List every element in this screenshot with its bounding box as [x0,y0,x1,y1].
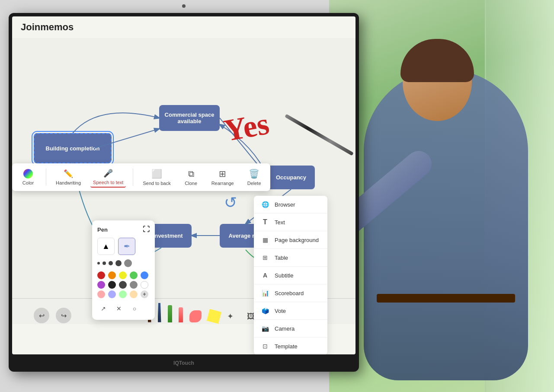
ctx-delete-btn[interactable]: 🗑️ Delete [243,167,265,188]
menu-table[interactable]: ⊞ Table [254,249,327,267]
menu-page-background[interactable]: ▦ Page background [254,231,327,249]
pen-size-large[interactable] [115,260,122,266]
forward-btn[interactable]: ↪ [56,308,71,323]
color-purple[interactable] [97,281,105,289]
context-toolbar: Color ✏️ Handwriting 🎤 Speech to text ⬜ … [12,163,270,191]
handwriting-icon: ✏️ [64,169,73,178]
pen-action-cross[interactable]: ✕ [113,303,125,315]
color-peach[interactable] [130,290,138,298]
camera-icon: 📷 [261,324,269,333]
camera-dot [182,4,186,8]
pen-expand-icon[interactable]: ⛶ [143,226,150,233]
browser-icon: 🌐 [261,200,269,209]
pen-actions: ↗ ✕ ○ [97,303,150,315]
node-occupancy[interactable]: Occupancy [267,166,315,189]
pen-type-2[interactable]: ✒ [118,238,135,255]
delete-icon: 🗑️ [249,169,259,179]
color-black[interactable] [108,281,116,289]
pen-tool-shape-pink[interactable] [189,301,202,322]
node-building[interactable]: Building completion [34,133,112,163]
pen-type-1[interactable]: ▲ [97,238,115,255]
menu-subtitle[interactable]: A Subtitle [254,267,327,284]
color-light-blue[interactable] [108,290,116,298]
menu-browser[interactable]: 🌐 Browser [254,196,327,214]
pen-colors: + [97,271,150,298]
back-btn[interactable]: ↩ [34,308,49,323]
pen-types: ▲ ✒ [97,238,150,255]
person-silhouette [333,35,550,389]
pen-action-arrow[interactable]: ↗ [97,303,109,315]
app-title: Joinmemos [21,22,74,33]
ctx-handwriting-btn[interactable]: ✏️ Handwriting [53,167,83,187]
pen-size-small[interactable] [97,262,100,265]
ctx-speech-to-text-btn[interactable]: 🎤 Speech to text [90,167,126,188]
pen-sizes [97,259,150,267]
pen-tool-pencil-2[interactable] [158,301,161,322]
pen-panel: Pen ⛶ ▲ ✒ [92,220,155,320]
pen-tool-marker-pink[interactable] [179,301,183,322]
color-yellow[interactable] [119,271,127,279]
menu-template[interactable]: ⊡ Template [254,338,327,354]
menu-vote[interactable]: 🗳️ Vote [254,302,327,320]
scoreboard-icon: 📊 [261,289,269,297]
right-dropdown-menu: 🌐 Browser T Text ▦ Page background ⊞ Tab… [254,196,327,354]
ctx-clone-btn[interactable]: ⧉ Clone [180,167,202,188]
monitor-screen: Joinmemos [12,16,355,354]
pen-tool-marker-green[interactable] [168,301,172,322]
pen-stylus [285,114,354,156]
color-white[interactable] [141,281,148,289]
pen-tool-shape-yellow[interactable] [208,301,220,322]
send-back-icon: ⬜ [151,169,162,179]
color-green[interactable] [130,271,138,279]
handwriting-yes: Yes [221,106,272,149]
ctx-color-btn[interactable]: Color [17,167,39,187]
brand-label: IQTouch [173,360,194,366]
rearrange-icon: ⊞ [219,169,226,179]
pen-action-circle[interactable]: ○ [128,303,141,315]
pen-panel-title: Pen ⛶ [97,226,150,233]
vote-icon: 🗳️ [261,306,269,315]
ctx-send-to-back-btn[interactable]: ⬜ Send to back [140,167,173,188]
color-add[interactable]: + [141,290,148,298]
color-orange[interactable] [108,271,116,279]
menu-scoreboard[interactable]: 📊 Scoreboard [254,284,327,302]
color-dark-gray[interactable] [119,281,127,289]
nav-bottom: ↩ ↪ [34,308,71,323]
menu-camera[interactable]: 📷 Camera [254,320,327,338]
ctx-rearrange-btn[interactable]: ⊞ Rearrange [209,167,237,188]
monitor-frame: Joinmemos [9,13,359,372]
pen-size-xlarge[interactable] [124,259,132,267]
color-light-green[interactable] [119,290,127,298]
ctx-divider-2 [133,169,133,186]
color-blue[interactable] [141,271,148,279]
template-icon: ⊡ [261,342,269,351]
cursor-icon-btn[interactable]: ✦ [222,309,238,324]
color-red[interactable] [97,271,105,279]
text-icon: T [261,218,269,226]
ctx-divider-1 [46,169,46,186]
page-bg-icon: ▦ [261,236,269,244]
color-light-red[interactable] [97,290,105,298]
clone-icon: ⧉ [188,169,194,179]
symbol-circular-arrow: ↺ [224,194,237,212]
pen-size-medium[interactable] [109,261,113,265]
microphone-icon: 🎤 [103,169,113,178]
pen-size-medium-small[interactable] [102,261,106,265]
subtitle-icon: A [261,271,269,280]
color-gray[interactable] [130,281,138,289]
menu-text[interactable]: T Text [254,214,327,231]
table-icon: ⊞ [261,253,269,262]
node-commercial[interactable]: Commercial space available [159,105,220,131]
